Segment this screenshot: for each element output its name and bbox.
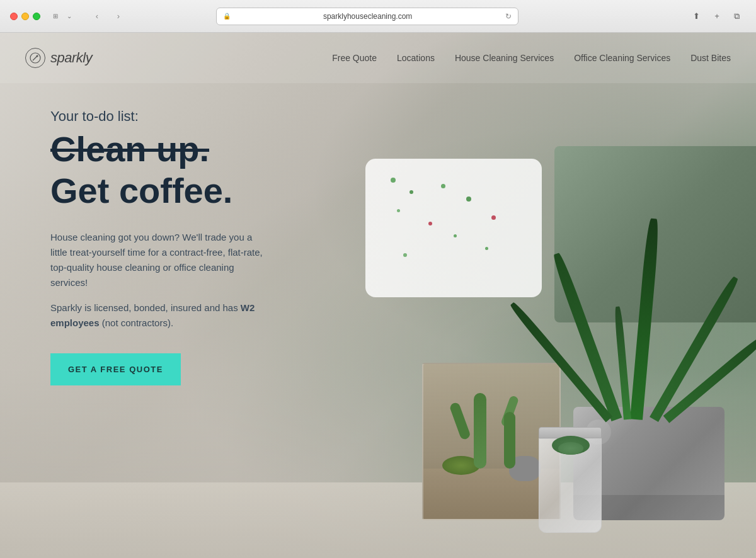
traffic-light-fullscreen[interactable]	[33, 13, 40, 20]
back-button[interactable]: ‹	[88, 9, 106, 23]
traffic-light-minimize[interactable]	[21, 13, 29, 20]
hero-description-2-end: (not contractors).	[100, 317, 174, 328]
nav-dust-bites[interactable]: Dust Bites	[690, 53, 731, 63]
new-tab-button[interactable]: +	[708, 9, 726, 23]
logo-text: sparkly	[50, 50, 92, 66]
browser-chrome: ⊞ ⌄ ‹ › 🔒 sparklyhousecleaning.com ↻ ⬆ +…	[0, 0, 756, 33]
navbar: sparkly Free Quote Locations House Clean…	[0, 33, 756, 83]
url-text: sparklyhousecleaning.com	[234, 12, 501, 21]
traffic-light-close[interactable]	[10, 13, 18, 20]
forward-button[interactable]: ›	[110, 9, 127, 23]
nav-house-cleaning[interactable]: House Cleaning Services	[455, 53, 554, 63]
lock-icon: 🔒	[223, 13, 231, 20]
share-button[interactable]: ⬆	[688, 9, 706, 23]
hero-title-main: Get coffee.	[50, 171, 265, 210]
window-expand-btn[interactable]: ⌄	[63, 11, 76, 21]
window-controls: ⊞ ⌄	[49, 11, 76, 21]
reload-icon[interactable]: ↻	[505, 12, 512, 21]
tabs-button[interactable]: ⧉	[728, 9, 746, 23]
hero-description-2: Sparkly is licensed, bonded, insured and…	[50, 300, 265, 331]
hero-subtitle: Your to-do list:	[50, 108, 265, 125]
address-bar[interactable]: 🔒 sparklyhousecleaning.com ↻	[216, 8, 518, 25]
window-grid-btn[interactable]: ⊞	[49, 11, 62, 21]
hero-title-strikethrough: Clean up.	[50, 130, 265, 169]
pillow-decoration	[365, 159, 542, 297]
nav-office-cleaning[interactable]: Office Cleaning Services	[574, 53, 670, 63]
browser-nav-controls: ‹ ›	[88, 9, 127, 23]
browser-right-controls: ⬆ + ⧉	[688, 9, 746, 23]
hero-description-1: House cleaning got you down? We'll trade…	[50, 230, 265, 290]
logo[interactable]: sparkly	[25, 48, 92, 68]
nav-links: Free Quote Locations House Cleaning Serv…	[332, 53, 731, 63]
website: sparkly Free Quote Locations House Clean…	[0, 33, 756, 558]
cta-button[interactable]: GET A FREE QUOTE	[50, 353, 181, 385]
nav-locations[interactable]: Locations	[397, 53, 435, 63]
mason-jar	[539, 427, 602, 533]
nav-free-quote[interactable]: Free Quote	[332, 53, 377, 63]
logo-icon	[25, 48, 45, 68]
hero-description-2-start: Sparkly is licensed, bonded, insured and…	[50, 302, 241, 313]
svg-point-2	[37, 55, 38, 57]
traffic-lights	[10, 13, 40, 20]
hero-content: Your to-do list: Clean up. Get coffee. H…	[50, 108, 265, 385]
